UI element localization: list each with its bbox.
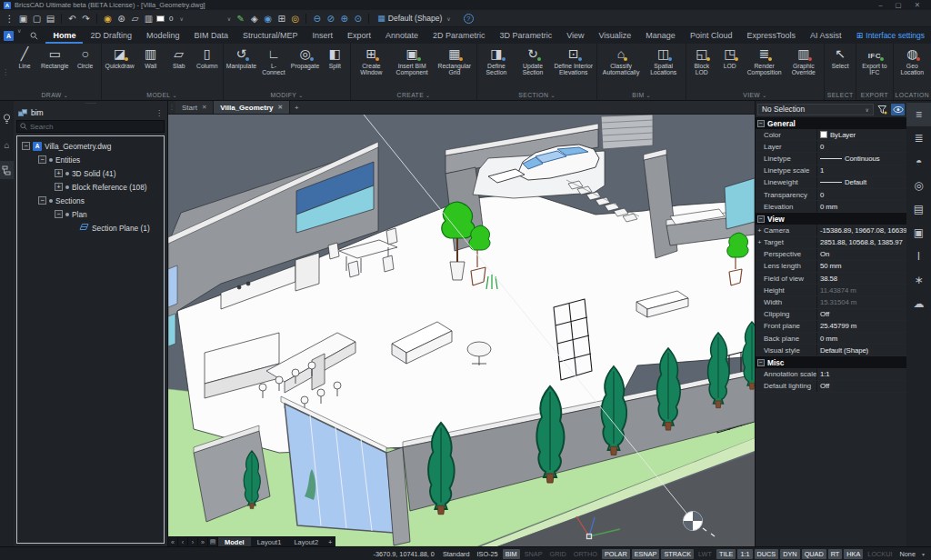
ribbon-button[interactable]: ◳LOD xyxy=(716,45,744,70)
orbit-sphere-widget[interactable] xyxy=(684,512,703,531)
section-header-view[interactable]: −View xyxy=(756,213,906,225)
property-value[interactable]: 2851.88, 10568.8, 1385.97 xyxy=(816,237,906,248)
ribbon-group-footer[interactable]: DRAW⌄ xyxy=(11,90,99,100)
property-row[interactable]: Default lighting Off xyxy=(756,381,906,393)
new-tab-button[interactable]: + xyxy=(290,101,304,114)
tree-row[interactable]: − A Entities xyxy=(17,153,164,166)
ribbon-tab[interactable]: 2D Drafting xyxy=(83,27,139,44)
pin-panel-icon[interactable]: ∗ xyxy=(906,268,931,292)
ribbon-tab[interactable]: Home xyxy=(45,27,83,44)
property-value[interactable]: ByLayer xyxy=(816,129,906,140)
ribbon-button[interactable]: ╱Line xyxy=(11,45,38,70)
ribbon-tab[interactable]: BIM Data xyxy=(186,27,235,44)
prev-layout-button[interactable]: ‹ xyxy=(178,537,188,546)
interface-settings-link[interactable]: ⊞ Interface settings xyxy=(856,27,929,44)
ribbon-group-footer[interactable]: BIM⌄ xyxy=(599,90,683,100)
search-input[interactable] xyxy=(30,123,161,131)
section-header-general[interactable]: −General xyxy=(756,117,906,129)
block-edit-icon[interactable]: ◈ xyxy=(248,12,260,25)
status-toggle[interactable]: LWT xyxy=(696,549,715,559)
property-row[interactable]: Clipping Off xyxy=(756,309,906,321)
entity-color-swatch[interactable] xyxy=(156,15,165,22)
property-value[interactable]: -15386.89, 19667.08, 16639.76 xyxy=(816,225,906,235)
property-value[interactable]: 0 mm xyxy=(816,201,906,212)
status-toggle[interactable]: LOCKUI xyxy=(865,549,895,559)
ribbon-button[interactable]: ↻Update Section xyxy=(515,45,551,76)
undo-icon[interactable]: ↶ xyxy=(66,12,78,25)
status-toggle[interactable]: QUAD xyxy=(802,549,826,559)
close-icon[interactable]: ✕ xyxy=(277,104,282,111)
property-row[interactable]: Lineweight Default xyxy=(756,177,906,189)
maximize-button[interactable]: ▢ xyxy=(896,1,902,9)
ribbon-button[interactable]: ▯Column xyxy=(194,45,221,70)
property-row[interactable]: Back plane 0 mm xyxy=(756,333,906,345)
property-value[interactable]: 25.45799 m xyxy=(816,321,906,332)
status-toggle[interactable]: BIM xyxy=(503,549,520,559)
tab-bar-handle-icon[interactable]: ⋮ xyxy=(168,101,175,114)
property-row[interactable]: Field of view 38.58 xyxy=(756,273,906,285)
ribbon-group-footer[interactable]: VIEW⌄ xyxy=(688,90,822,100)
tree-expander[interactable]: − xyxy=(38,196,46,205)
grid-select-icon[interactable]: ⊞ xyxy=(275,12,287,25)
section-header-misc[interactable]: −Misc xyxy=(756,356,906,368)
ribbon-button[interactable]: ◎Propagate xyxy=(290,45,321,70)
search-box[interactable] xyxy=(16,120,165,133)
ribbon-tab[interactable]: Manage xyxy=(638,27,683,44)
layout-tab[interactable]: Layout2 xyxy=(287,537,325,546)
ribbon-button[interactable]: ⌂Classify Automatically xyxy=(599,45,642,76)
save-icon[interactable]: ▣ xyxy=(17,12,29,25)
layers-panel-icon[interactable]: ≣ xyxy=(906,126,931,150)
tree-row[interactable]: + A 3D Solid (41) xyxy=(17,166,164,180)
property-value[interactable]: 15.31504 m xyxy=(816,296,906,307)
tree-row[interactable]: + A Block Reference (108) xyxy=(17,180,164,194)
row-expander[interactable]: + xyxy=(756,239,764,245)
help-button[interactable]: ? xyxy=(464,14,474,24)
property-row[interactable]: Width 15.31504 m xyxy=(756,296,906,308)
ribbon-button[interactable]: ◪Quickdraw xyxy=(104,45,136,70)
row-expander[interactable]: + xyxy=(756,227,764,234)
home-icon[interactable]: ⌂ xyxy=(0,135,14,154)
status-toggle[interactable]: ISO-25 xyxy=(475,549,501,559)
status-toggle[interactable]: STRACK xyxy=(661,549,694,559)
tree-row[interactable]: − A Plan xyxy=(17,207,164,221)
app-menu-button[interactable]: A xyxy=(4,31,14,41)
tree-row[interactable]: − A Villa_Geometry.dwg xyxy=(17,139,164,153)
property-value[interactable]: 0 xyxy=(816,141,906,152)
next-layout-button[interactable]: › xyxy=(188,537,198,546)
property-value[interactable]: 0 mm xyxy=(816,333,906,344)
filter-icon[interactable] xyxy=(876,104,889,115)
status-menu-caret-icon[interactable]: ▾ xyxy=(920,551,926,557)
cloud-panel-icon[interactable]: ☁ xyxy=(906,292,931,315)
property-value[interactable]: 50 mm xyxy=(816,261,906,272)
ribbon-button[interactable]: ▥Graphic Override xyxy=(785,45,822,76)
current-layer-value[interactable]: 0 xyxy=(166,15,175,23)
tree-row[interactable]: A Section Plane (1) xyxy=(17,221,164,235)
ribbon-group-footer[interactable]: CREATE⌄ xyxy=(353,90,474,100)
document-tab[interactable]: Start ✕ xyxy=(175,101,214,114)
property-value[interactable]: 1:1 xyxy=(816,368,906,379)
property-value[interactable]: 0 xyxy=(816,189,906,200)
ribbon-button[interactable]: ↖Select xyxy=(826,45,854,70)
property-row[interactable]: Annotation scale 1:1 xyxy=(756,368,906,380)
status-toggle[interactable]: 1:1 xyxy=(737,549,752,559)
property-row[interactable]: Layer 0 xyxy=(756,141,906,153)
property-row[interactable]: Lens length 50 mm xyxy=(756,261,906,273)
ribbon-button[interactable]: ≣Render Composition xyxy=(745,45,785,76)
structure-browser-icon[interactable] xyxy=(0,161,14,179)
tree-expander[interactable]: − xyxy=(55,210,63,218)
ribbon-tab[interactable]: Point Cloud xyxy=(683,27,740,44)
view-iso-icon[interactable]: ⊘ xyxy=(325,12,336,25)
ribbon-tab[interactable]: 2D Parametric xyxy=(425,27,493,44)
property-row[interactable]: Transparency 0 xyxy=(756,189,906,201)
property-row[interactable]: Perspective On xyxy=(756,249,906,261)
kebab-menu-icon[interactable]: ⋮ xyxy=(155,109,163,117)
property-value[interactable]: On xyxy=(816,249,906,260)
status-toggle[interactable]: DYN xyxy=(780,549,799,559)
property-value[interactable]: Default (Shape) xyxy=(816,345,906,355)
tree-row[interactable]: − A Sections xyxy=(17,194,164,207)
tree-expander[interactable]: + xyxy=(55,169,63,177)
property-row[interactable]: Color ByLayer xyxy=(756,129,906,141)
ribbon-tab[interactable]: Annotate xyxy=(378,27,425,44)
selection-dropdown[interactable]: No Selection ∨ xyxy=(757,104,874,115)
status-toggle[interactable]: HKA xyxy=(844,549,863,559)
